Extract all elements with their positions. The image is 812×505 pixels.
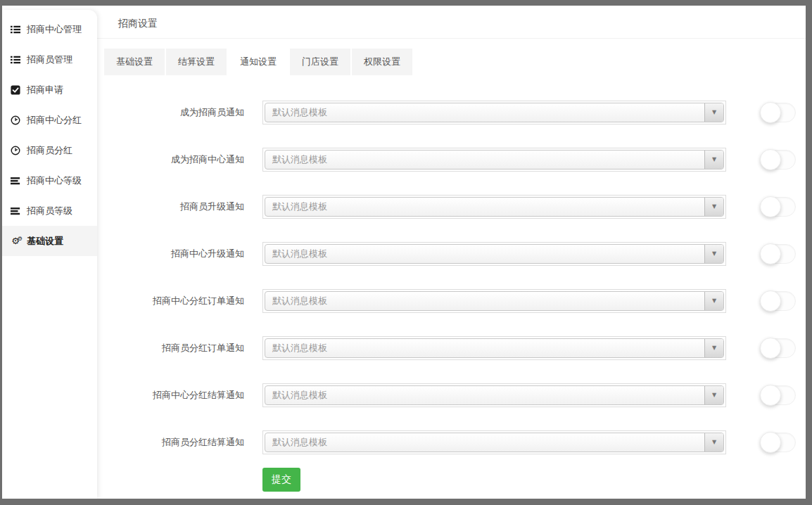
select-value: 默认消息模板 <box>265 386 704 404</box>
tab[interactable]: 权限设置 <box>352 49 412 75</box>
toggle-switch[interactable] <box>761 385 796 405</box>
bars-icon <box>11 206 20 216</box>
check-square-icon <box>11 85 20 95</box>
toggle-knob <box>760 290 781 312</box>
sidebar-item[interactable]: ⚙⚙ 招商申请 <box>2 75 97 105</box>
tab[interactable]: 结算设置 <box>166 49 227 75</box>
list-icon <box>11 55 20 65</box>
toggle-knob <box>760 385 781 406</box>
form-row: 招商中心分红订单通知 默认消息模板 ▼ <box>97 277 806 324</box>
toggle-switch[interactable] <box>761 103 796 122</box>
form-row: 招商中心升级通知 默认消息模板 ▼ <box>97 230 806 277</box>
form-row-label: 招商中心升级通知 <box>97 248 244 260</box>
main-content: 招商设置 基础设置结算设置通知设置门店设置权限设置 成为招商员通知 默认消息模板… <box>97 6 806 499</box>
chevron-down-icon[interactable]: ▼ <box>704 103 723 122</box>
toggle-knob <box>760 196 781 217</box>
form-row: 招商员分红订单通知 默认消息模板 ▼ <box>97 324 806 371</box>
template-select[interactable]: 默认消息模板 ▼ <box>262 195 726 219</box>
sidebar-item-label: 招商中心等级 <box>27 174 82 187</box>
select-value: 默认消息模板 <box>265 339 704 357</box>
sidebar-item[interactable]: ⚙⚙ 招商员管理 <box>2 44 97 75</box>
toggle-switch[interactable] <box>761 291 796 311</box>
form-row: 成为招商中心通知 默认消息模板 ▼ <box>97 136 806 183</box>
sidebar-item[interactable]: ⚙⚙ 招商员等级 <box>2 196 97 226</box>
tab[interactable]: 门店设置 <box>290 49 350 75</box>
form-row-label: 招商中心分红结算通知 <box>97 389 244 402</box>
sidebar-item-label: 基础设置 <box>27 235 63 248</box>
form-row: 招商员升级通知 默认消息模板 ▼ <box>97 183 806 230</box>
form-row-label: 招商员升级通知 <box>97 200 244 213</box>
template-select[interactable]: 默认消息模板 ▼ <box>262 148 726 172</box>
template-select[interactable]: 默认消息模板 ▼ <box>262 289 726 313</box>
sidebar-item[interactable]: ⚙⚙ 基础设置 <box>2 226 97 256</box>
sidebar-item-label: 招商员分红 <box>27 144 72 157</box>
toggle-switch[interactable] <box>761 150 796 170</box>
template-select[interactable]: 默认消息模板 ▼ <box>262 101 726 124</box>
select-value: 默认消息模板 <box>265 433 704 452</box>
select-value: 默认消息模板 <box>265 103 704 122</box>
form-row-label: 招商员分红订单通知 <box>97 342 244 354</box>
sidebar-item[interactable]: ⚙⚙ 招商中心分红 <box>2 105 97 135</box>
template-select[interactable]: 默认消息模板 ▼ <box>262 336 726 360</box>
chevron-down-icon[interactable]: ▼ <box>704 292 723 310</box>
template-select[interactable]: 默认消息模板 ▼ <box>262 383 726 407</box>
chevron-down-icon[interactable]: ▼ <box>704 245 723 263</box>
sidebar-item-label: 招商中心管理 <box>27 23 82 36</box>
app-window: ⚙⚙ 招商中心管理 <box>2 6 806 499</box>
sidebar-item-label: 招商员管理 <box>27 53 72 66</box>
sidebar-item[interactable]: ⚙⚙ 招商中心管理 <box>2 14 97 44</box>
form-row-label: 成为招商中心通知 <box>97 153 244 166</box>
select-value: 默认消息模板 <box>265 198 704 216</box>
cogs-icon: ⚙⚙ <box>11 236 20 245</box>
toggle-knob <box>760 243 781 264</box>
form-row-label: 招商中心分红订单通知 <box>97 295 244 307</box>
template-select[interactable]: 默认消息模板 ▼ <box>262 430 726 454</box>
chevron-down-icon[interactable]: ▼ <box>704 198 723 216</box>
toggle-switch[interactable] <box>761 197 796 217</box>
toggle-knob <box>760 338 781 359</box>
form-row: 招商中心分红结算通知 默认消息模板 ▼ <box>97 371 806 418</box>
bars-icon <box>11 176 20 186</box>
toggle-knob <box>760 102 781 123</box>
sidebar-item-label: 招商员等级 <box>27 205 72 217</box>
form-row-label: 成为招商员通知 <box>97 106 244 119</box>
chevron-down-icon[interactable]: ▼ <box>704 433 723 452</box>
sidebar-item-label: 招商申请 <box>27 84 63 96</box>
form-row: 招商员分红结算通知 默认消息模板 ▼ <box>97 418 806 466</box>
submit-button[interactable]: 提交 <box>262 468 300 492</box>
tab-bar: 基础设置结算设置通知设置门店设置权限设置 <box>104 49 806 75</box>
toggle-switch[interactable] <box>761 338 796 358</box>
chevron-down-icon[interactable]: ▼ <box>704 151 723 169</box>
template-select[interactable]: 默认消息模板 ▼ <box>262 242 726 266</box>
chevron-down-icon[interactable]: ▼ <box>704 386 723 404</box>
toggle-switch[interactable] <box>761 244 796 264</box>
clock-icon <box>11 115 20 125</box>
select-value: 默认消息模板 <box>265 151 704 169</box>
sidebar-item[interactable]: ⚙⚙ 招商员分红 <box>2 135 97 165</box>
select-value: 默认消息模板 <box>265 245 704 263</box>
settings-form: 成为招商员通知 默认消息模板 ▼ 成为招商中心通知 默认消息模板 <box>97 89 806 466</box>
page-title: 招商设置 <box>118 18 158 29</box>
tab[interactable]: 基础设置 <box>104 49 165 75</box>
page-header: 招商设置 <box>97 6 806 39</box>
sidebar-item[interactable]: ⚙⚙ 招商中心等级 <box>2 165 97 196</box>
clock-icon <box>11 146 20 155</box>
toggle-knob <box>760 432 781 453</box>
chevron-down-icon[interactable]: ▼ <box>704 339 723 357</box>
toggle-knob <box>760 149 781 170</box>
tab[interactable]: 通知设置 <box>228 49 288 75</box>
form-row: 成为招商员通知 默认消息模板 ▼ <box>97 89 806 136</box>
sidebar-item-label: 招商中心分红 <box>27 114 82 127</box>
sidebar: ⚙⚙ 招商中心管理 <box>2 10 97 499</box>
form-row-label: 招商员分红结算通知 <box>97 436 244 449</box>
toggle-switch[interactable] <box>761 433 796 452</box>
list-icon <box>11 25 20 34</box>
select-value: 默认消息模板 <box>265 292 704 310</box>
